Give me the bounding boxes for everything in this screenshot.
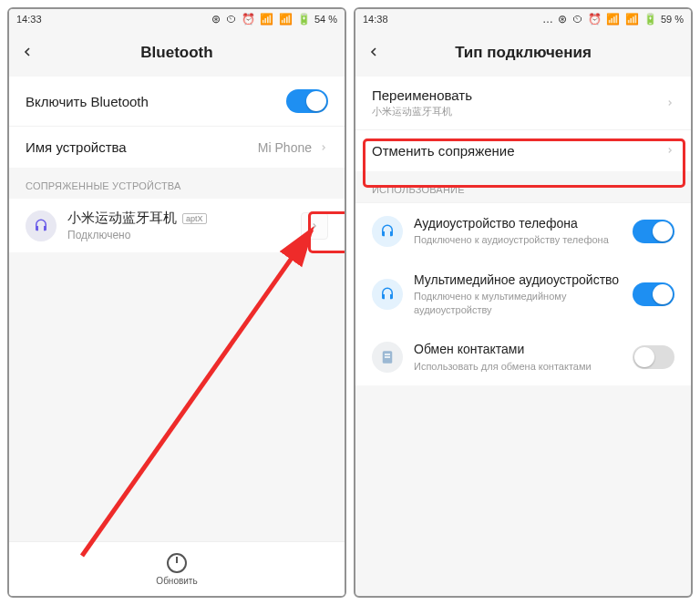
usage-toggle[interactable] (633, 282, 674, 306)
back-icon[interactable] (20, 41, 47, 65)
usage-title: Мультимедийное аудиоустройство (414, 272, 625, 289)
usage-sub: Подключено к аудиоустройству телефона (414, 233, 625, 246)
headphones-icon (26, 210, 57, 241)
enable-bluetooth-toggle[interactable] (286, 89, 328, 113)
device-name-row[interactable]: Имя устройства Mi Phone (9, 126, 345, 168)
status-icons: … ⊛ ⏲ ⏰ 📶 📶 🔋 (542, 13, 658, 26)
status-time: 14:33 (16, 14, 42, 25)
rename-sub: 小米运动蓝牙耳机 (372, 105, 472, 118)
usage-row-media-audio[interactable]: Мультимедийное аудиоустройство Подключен… (355, 260, 691, 329)
annotation-arrow-icon (64, 219, 337, 565)
status-battery: 54 % (314, 14, 337, 25)
nav-bar: Bluetooth (9, 29, 345, 77)
usage-title: Аудиоустройство телефона (414, 216, 625, 232)
device-details-button[interactable] (301, 212, 328, 240)
usage-header: ИСПОЛЬЗОВАНИЕ (355, 171, 691, 202)
status-bar: 14:38 … ⊛ ⏲ ⏰ 📶 📶 🔋 59 % (355, 9, 691, 29)
back-icon[interactable] (366, 41, 394, 65)
paired-device-row[interactable]: 小米运动蓝牙耳机 aptX Подключено (9, 199, 345, 252)
status-time: 14:38 (363, 14, 388, 25)
usage-sub: Подключено к мультимедийному аудиоустрой… (414, 290, 625, 316)
svg-rect-2 (385, 354, 390, 355)
phone-right-connection-type: 14:38 … ⊛ ⏲ ⏰ 📶 📶 🔋 59 % Тип подключения… (354, 7, 693, 598)
status-icons: ⊛ ⏲ ⏰ 📶 📶 🔋 (211, 13, 312, 26)
page-title: Тип подключения (355, 44, 691, 62)
paired-device-name: 小米运动蓝牙耳机 (67, 210, 177, 227)
usage-row-phone-audio[interactable]: Аудиоустройство телефона Подключено к ау… (355, 203, 691, 260)
refresh-icon (167, 553, 187, 573)
chevron-right-icon (665, 143, 674, 158)
headphones-icon (372, 279, 403, 310)
page-title: Bluetooth (9, 44, 345, 62)
svg-rect-3 (385, 356, 390, 358)
device-name-value: Mi Phone (258, 140, 312, 155)
usage-row-contacts[interactable]: Обмен контактами Использовать для обмена… (355, 329, 691, 385)
unpair-row[interactable]: Отменить сопряжение (355, 129, 691, 171)
rename-label: Переименовать (372, 87, 472, 103)
refresh-button[interactable]: Обновить (9, 541, 345, 596)
status-battery: 59 % (661, 14, 684, 25)
rename-row[interactable]: Переименовать 小米运动蓝牙耳机 (355, 77, 691, 129)
paired-device-status: Подключено (67, 229, 301, 241)
nav-bar: Тип подключения (355, 29, 691, 77)
usage-title: Обмен контактами (414, 342, 625, 358)
unpair-label: Отменить сопряжение (372, 143, 515, 159)
status-bar: 14:33 ⊛ ⏲ ⏰ 📶 📶 🔋 54 % (9, 9, 345, 29)
headphones-icon (372, 216, 403, 247)
chevron-right-icon (319, 140, 328, 155)
chevron-right-icon (665, 96, 674, 110)
phone-left-bluetooth: 14:33 ⊛ ⏲ ⏰ 📶 📶 🔋 54 % Bluetooth Включит… (7, 7, 346, 598)
usage-sub: Использовать для обмена контактами (414, 360, 625, 373)
usage-toggle[interactable] (633, 345, 674, 369)
device-name-label: Имя устройства (26, 139, 127, 155)
refresh-label: Обновить (156, 576, 197, 586)
enable-bluetooth-row[interactable]: Включить Bluetooth (9, 77, 345, 126)
codec-badge: aptX (182, 213, 207, 224)
svg-line-0 (82, 230, 312, 556)
enable-bluetooth-label: Включить Bluetooth (26, 94, 149, 109)
usage-toggle[interactable] (633, 220, 674, 243)
paired-devices-header: СОПРЯЖЕННЫЕ УСТРОЙСТВА (9, 168, 345, 199)
contacts-icon (372, 342, 403, 373)
